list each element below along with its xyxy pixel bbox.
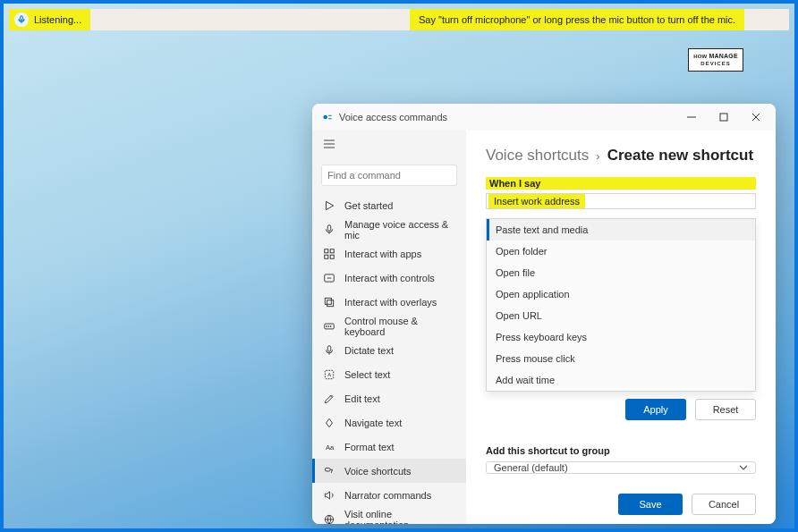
phrase-label: When I say (486, 177, 756, 190)
sidebar-item-voice-shortcuts[interactable]: Voice shortcuts (312, 459, 466, 483)
sidebar-item-edit-text[interactable]: Edit text (312, 386, 466, 410)
svg-rect-2 (720, 114, 727, 121)
svg-rect-18 (327, 300, 334, 306)
sidebar-item-navigate-text[interactable]: Navigate text (312, 410, 466, 435)
mic-status-chip[interactable]: Listening... (9, 9, 90, 30)
sidebar-item-online-docs[interactable]: Visit online documentation (312, 507, 466, 524)
sidebar-item-label: Interact with overlays (344, 297, 437, 308)
svg-point-0 (323, 115, 327, 120)
maximize-button[interactable] (709, 106, 738, 128)
svg-rect-23 (327, 345, 331, 350)
sidebar-item-interact-apps[interactable]: Interact with apps (312, 241, 466, 266)
action-opt-open-file[interactable]: Open file (487, 262, 755, 283)
sidebar-item-label: Control mouse & keyboard (344, 316, 455, 337)
sidebar-item-get-started[interactable]: Get started (312, 193, 466, 217)
action-opt-wait[interactable]: Add wait time (487, 369, 755, 391)
sidebar-nav: Get started Manage voice access & mic In… (312, 193, 466, 524)
save-button[interactable]: Save (618, 494, 683, 515)
group-select-value: General (default) (494, 462, 568, 473)
svg-rect-13 (325, 255, 328, 258)
apply-button[interactable]: Apply (625, 399, 686, 420)
voice-app-icon (321, 111, 334, 123)
svg-marker-10 (327, 201, 334, 209)
phrase-input[interactable]: Insert work address (486, 193, 756, 209)
close-button[interactable] (742, 106, 770, 128)
main-pane: Voice shortcuts › Create new shortcut Wh… (466, 131, 776, 524)
svg-rect-12 (330, 249, 334, 252)
sidebar-item-label: Format text (344, 442, 395, 452)
svg-rect-14 (330, 255, 334, 258)
sidebar-item-select-text[interactable]: ASelect text (312, 362, 466, 386)
breadcrumb-separator: › (596, 149, 599, 163)
sidebar-item-label: Manage voice access & mic (344, 219, 455, 241)
action-opt-open-url[interactable]: Open URL (487, 305, 755, 326)
action-opt-press-mouse[interactable]: Press mouse click (487, 348, 755, 369)
svg-rect-27 (325, 468, 330, 471)
sidebar-item-manage-voice[interactable]: Manage voice access & mic (312, 217, 466, 241)
sidebar-item-label: Get started (344, 200, 393, 211)
svg-rect-11 (325, 249, 328, 252)
sidebar-item-interact-overlays[interactable]: Interact with overlays (312, 290, 466, 314)
sidebar-item-interact-controls[interactable]: Interact with controls (312, 266, 466, 290)
chevron-down-icon (739, 463, 748, 472)
sidebar-item-label: Voice shortcuts (344, 466, 412, 477)
group-label: Add this shortcut to group (486, 445, 756, 456)
sidebar-item-control-mouse-kb[interactable]: Control mouse & keyboard (312, 314, 466, 338)
sidebar-item-dictate[interactable]: Dictate text (312, 338, 466, 362)
mic-status-text: Listening... (34, 14, 81, 25)
svg-point-20 (327, 325, 327, 326)
action-opt-open-app[interactable]: Open application (487, 283, 755, 305)
svg-text:A: A (327, 372, 331, 377)
window-content: Get started Manage voice access & mic In… (312, 131, 776, 524)
svg-point-21 (328, 325, 329, 326)
voice-access-commands-window: Voice access commands Get started (312, 104, 776, 524)
window-titlebar[interactable]: Voice access commands (312, 104, 776, 131)
search-input[interactable] (327, 170, 451, 181)
sidebar-item-label: Edit text (344, 393, 380, 404)
sidebar-item-label: Interact with controls (344, 273, 435, 283)
window-title: Voice access commands (339, 112, 447, 122)
voice-hint-text: Say "turn off microphone" or long press … (410, 9, 744, 30)
svg-text:Aa: Aa (326, 443, 335, 451)
sidebar-item-label: Navigate text (344, 418, 402, 428)
sidebar-item-format-text[interactable]: AaFormat text (312, 435, 466, 459)
action-opt-press-keys[interactable]: Press keyboard keys (487, 326, 755, 348)
breadcrumb: Voice shortcuts › Create new shortcut (486, 147, 756, 165)
action-opt-paste[interactable]: Paste text and media (487, 219, 755, 241)
minimize-button[interactable] (677, 106, 706, 128)
sidebar: Get started Manage voice access & mic In… (312, 131, 466, 524)
action-type-dropdown[interactable]: Paste text and media Open folder Open fi… (486, 218, 756, 392)
desktop-screen: Listening... Say "turn off microphone" o… (0, 0, 798, 532)
breadcrumb-leaf: Create new shortcut (607, 147, 753, 165)
phrase-value: Insert work address (488, 194, 585, 208)
search-field[interactable] (321, 165, 457, 186)
sidebar-item-label: Visit online documentation (344, 509, 455, 525)
svg-point-22 (330, 325, 331, 326)
hamburger-button[interactable] (312, 131, 466, 161)
voice-access-bar: Listening... Say "turn off microphone" o… (9, 9, 789, 30)
sidebar-item-label: Select text (344, 369, 390, 380)
sidebar-item-label: Narrator commands (344, 490, 431, 501)
mic-icon (14, 13, 29, 27)
group-select[interactable]: General (default) (486, 461, 756, 474)
svg-rect-17 (325, 298, 331, 304)
sidebar-item-label: Interact with apps (344, 249, 421, 259)
cancel-button[interactable]: Cancel (692, 494, 756, 515)
sidebar-item-label: Dictate text (344, 345, 394, 356)
sidebar-item-narrator[interactable]: Narrator commands (312, 483, 466, 507)
site-logo: HOW MANAGE DEVICES (688, 48, 743, 72)
reset-button[interactable]: Reset (695, 399, 756, 420)
action-opt-open-folder[interactable]: Open folder (487, 241, 755, 262)
breadcrumb-root[interactable]: Voice shortcuts (486, 147, 589, 165)
